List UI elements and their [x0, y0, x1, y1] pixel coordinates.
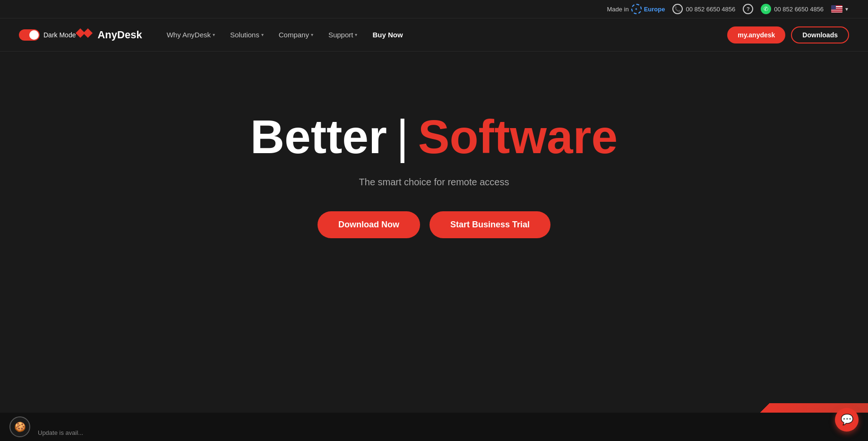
- chevron-down-icon: ▾: [261, 32, 264, 37]
- bottom-bar: 🍪 Update is avail...: [0, 413, 868, 441]
- svg-marker-1: [83, 28, 93, 38]
- logo-text: AnyDesk: [97, 29, 142, 41]
- nav-item-why-anydesk[interactable]: Why AnyDesk ▾: [161, 27, 221, 43]
- chevron-down-icon: ▾: [213, 32, 215, 37]
- nav-item-solutions[interactable]: Solutions ▾: [224, 27, 269, 43]
- toggle-knob: [29, 30, 39, 40]
- chat-bubble-button[interactable]: 💬: [835, 408, 859, 432]
- hero-title-divider: |: [396, 111, 409, 163]
- nav-actions: my.anydesk Downloads: [727, 26, 849, 43]
- logo[interactable]: AnyDesk: [76, 28, 142, 42]
- hero-buttons: Download Now Start Business Trial: [318, 211, 550, 238]
- language-selector[interactable]: ▼: [831, 5, 849, 13]
- nav-links: Why AnyDesk ▾ Solutions ▾ Company ▾ Supp…: [161, 27, 728, 43]
- us-flag-icon: [831, 5, 842, 13]
- hero-title-better: Better: [250, 111, 387, 163]
- bottom-update-text: Update is avail...: [38, 429, 83, 436]
- phone-group-1[interactable]: 📞 00 852 6650 4856: [672, 4, 735, 14]
- phone-number-2: 00 852 6650 4856: [774, 6, 824, 13]
- phone-group-2[interactable]: ✆ 00 852 6650 4856: [761, 4, 824, 14]
- main-navbar: Dark Mode AnyDesk Why AnyDesk ▾ Solution…: [0, 18, 868, 52]
- hero-subtitle: The smart choice for remote access: [359, 177, 509, 188]
- dark-mode-toggle[interactable]: Dark Mode: [19, 29, 76, 41]
- nav-item-support[interactable]: Support ▾: [323, 27, 363, 43]
- nav-item-company[interactable]: Company ▾: [273, 27, 319, 43]
- made-in-text: Made in: [607, 6, 628, 13]
- whatsapp-icon: ✆: [761, 4, 771, 14]
- my-anydesk-button[interactable]: my.anydesk: [727, 26, 785, 43]
- europe-stars-icon: ✦: [631, 4, 642, 14]
- help-icon[interactable]: ?: [743, 4, 753, 14]
- chevron-down-icon: ▾: [311, 32, 313, 37]
- dark-mode-label: Dark Mode: [43, 31, 76, 39]
- europe-label: Europe: [644, 6, 665, 13]
- hero-title: Better | Software: [250, 111, 618, 163]
- nav-item-buy-now[interactable]: Buy Now: [367, 27, 408, 43]
- logo-icon: [76, 28, 93, 42]
- hero-title-software: Software: [418, 111, 618, 163]
- toggle-switch[interactable]: [19, 29, 40, 41]
- chevron-down-icon: ▼: [844, 7, 849, 12]
- phone-icon: 📞: [672, 4, 683, 14]
- downloads-button[interactable]: Downloads: [791, 26, 849, 43]
- cookie-icon[interactable]: 🍪: [9, 416, 30, 437]
- start-business-trial-button[interactable]: Start Business Trial: [430, 211, 550, 238]
- chevron-down-icon: ▾: [355, 32, 357, 37]
- phone-number-1: 00 852 6650 4856: [686, 6, 735, 13]
- download-now-button[interactable]: Download Now: [318, 211, 420, 238]
- top-bar: Made in ✦ Europe 📞 00 852 6650 4856 ? ✆ …: [0, 0, 868, 18]
- hero-section: Better | Software The smart choice for r…: [0, 52, 868, 288]
- made-in-label: Made in ✦ Europe: [607, 4, 665, 14]
